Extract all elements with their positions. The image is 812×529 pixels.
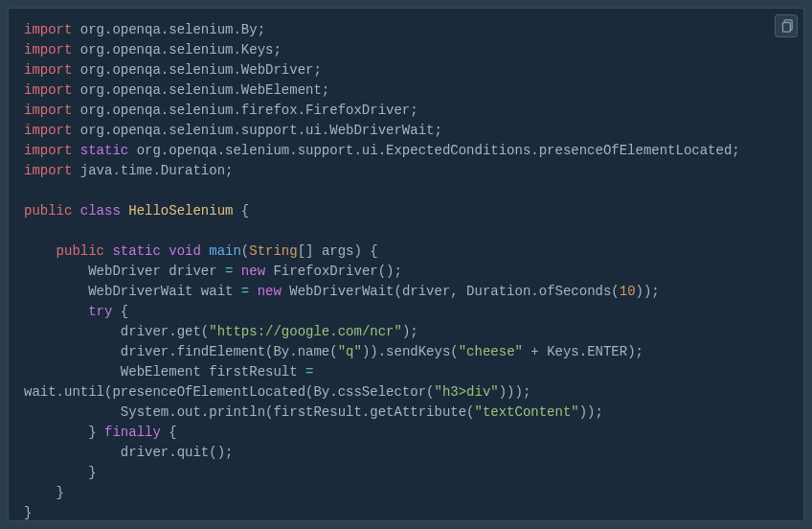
token-txt: } bbox=[24, 505, 32, 520]
token-txt: org.openqa.selenium.WebDriver; bbox=[80, 62, 322, 78]
code-line: driver.quit(); bbox=[24, 443, 788, 463]
token-txt: java.time.Duration; bbox=[80, 163, 234, 178]
token-kw: public bbox=[56, 243, 113, 259]
token-str: "h3>div" bbox=[434, 384, 498, 400]
token-txt: WebDriverWait(driver, Duration.ofSeconds… bbox=[289, 284, 619, 299]
token-txt bbox=[24, 243, 56, 259]
token-str: "cheese" bbox=[459, 344, 523, 359]
code-line: } finally { bbox=[24, 423, 788, 443]
token-txt: org.openqa.selenium.By; bbox=[80, 22, 265, 37]
token-txt: } bbox=[24, 465, 97, 480]
code-line: import org.openqa.selenium.support.ui.We… bbox=[24, 121, 788, 141]
token-op: = bbox=[225, 264, 241, 279]
token-pun: [] args) { bbox=[298, 243, 378, 259]
token-str: "textContent" bbox=[475, 404, 579, 420]
token-txt bbox=[24, 183, 32, 198]
token-kw2: finally bbox=[104, 425, 169, 440]
token-txt bbox=[24, 223, 32, 239]
code-line: import org.openqa.selenium.WebDriver; bbox=[24, 60, 788, 80]
code-line: } bbox=[24, 463, 788, 483]
token-txt: FirefoxDriver(); bbox=[273, 264, 401, 279]
code-line: public static void main(String[] args) { bbox=[24, 242, 788, 262]
token-txt: driver.findElement(By.name( bbox=[24, 344, 338, 359]
token-txt: driver.quit(); bbox=[24, 445, 233, 460]
token-txt: org.openqa.selenium.support.ui.ExpectedC… bbox=[137, 143, 740, 158]
code-line bbox=[24, 221, 788, 242]
token-kw: import bbox=[24, 42, 80, 58]
token-num: 10 bbox=[620, 284, 636, 299]
code-line: import org.openqa.selenium.firefox.Firef… bbox=[24, 101, 788, 121]
token-kw2: new bbox=[241, 264, 274, 279]
token-txt: )); bbox=[636, 284, 660, 299]
token-kw: import bbox=[24, 82, 80, 98]
code-line: try { bbox=[24, 302, 788, 322]
token-kw2: new bbox=[258, 284, 290, 299]
token-pun: { bbox=[121, 304, 128, 319]
code-line: import org.openqa.selenium.WebElement; bbox=[24, 80, 788, 101]
token-str: "q" bbox=[338, 344, 362, 359]
code-line: WebDriverWait wait = new WebDriverWait(d… bbox=[24, 282, 788, 302]
code-line: System.out.println(firstResult.getAttrib… bbox=[24, 402, 788, 423]
token-cls: HelloSelenium bbox=[128, 203, 241, 218]
token-pun: { bbox=[241, 203, 249, 218]
token-kw: import bbox=[24, 143, 80, 158]
token-str: "https://google.com/ncr" bbox=[209, 324, 402, 339]
code-line: import static org.openqa.selenium.suppor… bbox=[24, 141, 788, 161]
token-kw: import bbox=[24, 22, 80, 37]
token-txt: WebDriver driver bbox=[24, 264, 225, 279]
copy-button[interactable] bbox=[775, 14, 798, 37]
code-line: WebElement firstResult = wait.until(pres… bbox=[24, 362, 788, 402]
code-content: import org.openqa.selenium.By;import org… bbox=[24, 20, 788, 521]
code-line: import org.openqa.selenium.Keys; bbox=[24, 40, 788, 60]
token-txt: org.openqa.selenium.WebElement; bbox=[80, 82, 329, 98]
token-txt: ); bbox=[402, 324, 418, 339]
code-line: } bbox=[24, 483, 788, 503]
token-txt: org.openqa.selenium.support.ui.WebDriver… bbox=[80, 123, 442, 138]
token-op: = bbox=[241, 284, 258, 299]
token-txt: )).sendKeys( bbox=[362, 344, 459, 359]
token-kw: import bbox=[24, 103, 80, 118]
token-txt: )); bbox=[579, 404, 603, 420]
token-type: String bbox=[249, 243, 297, 259]
token-fn: main bbox=[209, 243, 241, 259]
code-line bbox=[24, 181, 788, 201]
token-txt: WebElement firstResult bbox=[24, 364, 305, 380]
token-pun: ( bbox=[241, 243, 249, 259]
token-txt: driver.get( bbox=[24, 324, 209, 339]
token-kw: import bbox=[24, 163, 80, 178]
token-txt: ))); bbox=[499, 384, 531, 400]
token-kw: import bbox=[24, 62, 80, 78]
code-line: driver.get("https://google.com/ncr"); bbox=[24, 322, 788, 342]
code-line: public class HelloSelenium { bbox=[24, 201, 788, 221]
clipboard-icon bbox=[779, 19, 793, 33]
code-block: import org.openqa.selenium.By;import org… bbox=[8, 8, 804, 521]
code-line: driver.findElement(By.name("q")).sendKey… bbox=[24, 342, 788, 362]
code-line: import org.openqa.selenium.By; bbox=[24, 20, 788, 40]
token-pun: { bbox=[169, 425, 176, 440]
token-kw2: class bbox=[80, 203, 128, 218]
code-line: } bbox=[24, 503, 788, 521]
token-txt: } bbox=[24, 425, 104, 440]
token-txt: + Keys.ENTER); bbox=[523, 344, 643, 359]
token-txt: } bbox=[24, 485, 64, 500]
token-txt bbox=[24, 304, 88, 319]
svg-rect-0 bbox=[783, 23, 791, 33]
token-kw2: try bbox=[88, 304, 121, 319]
token-kw: import bbox=[24, 123, 80, 138]
token-kw2: static bbox=[80, 143, 137, 158]
token-txt: wait.until(presenceOfElementLocated(By.c… bbox=[24, 384, 434, 400]
token-txt: org.openqa.selenium.firefox.FirefoxDrive… bbox=[80, 103, 418, 118]
token-txt: org.openqa.selenium.Keys; bbox=[80, 42, 282, 58]
code-line: WebDriver driver = new FirefoxDriver(); bbox=[24, 262, 788, 282]
code-line: import java.time.Duration; bbox=[24, 161, 788, 181]
token-txt: System.out.println(firstResult.getAttrib… bbox=[24, 404, 475, 420]
token-op: = bbox=[305, 364, 322, 380]
token-txt: WebDriverWait wait bbox=[24, 284, 241, 299]
token-kw: public bbox=[24, 203, 80, 218]
token-dtype: void bbox=[169, 243, 209, 259]
token-kw2: static bbox=[112, 243, 169, 259]
